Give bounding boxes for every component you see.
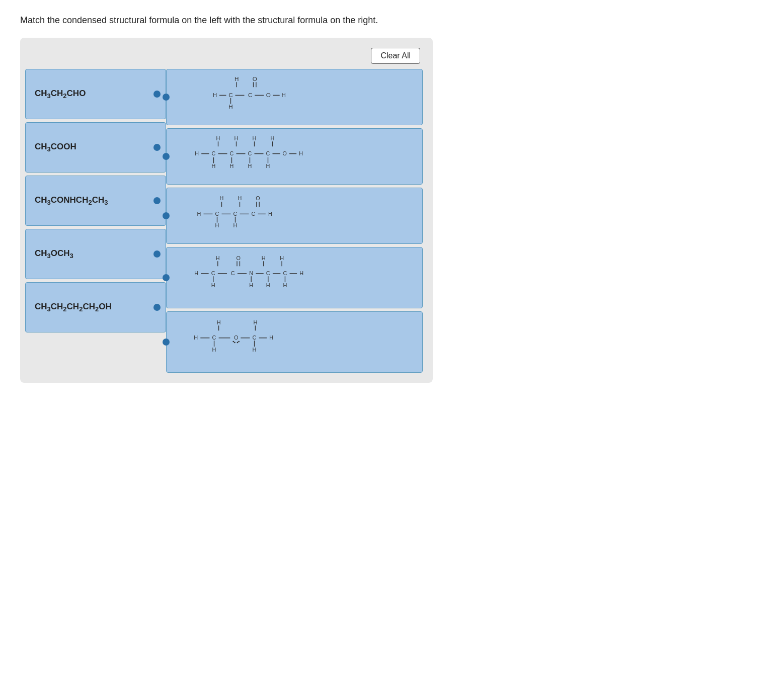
- svg-text:H: H: [283, 282, 287, 288]
- left-dot-5[interactable]: [153, 304, 161, 311]
- left-item-4[interactable]: CH3OCH3: [25, 229, 166, 279]
- svg-text:C: C: [253, 334, 257, 341]
- left-dot-1[interactable]: [153, 91, 161, 98]
- svg-text:H: H: [253, 347, 257, 353]
- left-formula-1: CH3CH2CHO: [35, 89, 86, 100]
- svg-text:H: H: [228, 103, 232, 110]
- structure-svg-5: H H H C O C: [177, 317, 297, 367]
- right-dot-2[interactable]: [163, 153, 170, 160]
- svg-text:C: C: [215, 211, 219, 217]
- svg-point-104: [232, 341, 234, 343]
- left-item-5[interactable]: CH3CH2CH2CH2OH: [25, 282, 166, 332]
- svg-text:C: C: [248, 150, 252, 156]
- svg-text:H: H: [233, 222, 238, 228]
- svg-text:H: H: [266, 282, 270, 288]
- left-formula-4: CH3OCH3: [35, 248, 73, 260]
- instructions-text: Match the condensed structural formula o…: [20, 15, 764, 26]
- svg-text:C: C: [266, 150, 270, 156]
- svg-text:H: H: [212, 347, 216, 353]
- left-dot-3[interactable]: [153, 197, 161, 204]
- svg-text:C: C: [212, 150, 216, 156]
- svg-text:H: H: [194, 270, 198, 276]
- clear-all-button[interactable]: Clear All: [371, 48, 420, 64]
- right-item-2[interactable]: H H H H H C C C C: [166, 128, 423, 185]
- svg-text:H: H: [248, 163, 252, 169]
- structure-svg-4: H O H H H C C: [177, 252, 328, 303]
- right-item-3[interactable]: H H O H C C C H: [166, 188, 423, 244]
- svg-text:H: H: [195, 150, 199, 156]
- svg-text:O: O: [283, 150, 287, 156]
- svg-text:H: H: [230, 163, 234, 169]
- left-item-3[interactable]: CH3CONHCH2CH3: [25, 176, 166, 226]
- left-formula-2: CH3COOH: [35, 142, 76, 153]
- right-dot-4[interactable]: [163, 274, 170, 281]
- matching-container: Clear All CH3CH2CHO CH3COOH CH3CONHCH2CH…: [20, 38, 433, 383]
- svg-text:H: H: [197, 211, 201, 217]
- svg-text:C: C: [283, 270, 287, 276]
- svg-text:H: H: [269, 334, 273, 341]
- svg-text:H: H: [211, 282, 215, 288]
- svg-text:H: H: [215, 222, 219, 228]
- svg-text:H: H: [212, 163, 216, 169]
- left-column: CH3CH2CHO CH3COOH CH3CONHCH2CH3 CH3OCH3 …: [25, 69, 166, 373]
- svg-text:O: O: [236, 255, 240, 261]
- svg-text:C: C: [230, 150, 234, 156]
- left-dot-4[interactable]: [153, 250, 161, 258]
- svg-text:H: H: [253, 135, 257, 141]
- right-item-5[interactable]: H H H C O C: [166, 311, 423, 373]
- svg-text:H: H: [213, 92, 217, 98]
- svg-text:C: C: [231, 270, 235, 276]
- svg-text:H: H: [299, 150, 303, 156]
- svg-text:H: H: [220, 195, 224, 201]
- svg-text:H: H: [299, 270, 303, 276]
- svg-point-105: [234, 342, 236, 344]
- right-dot-5[interactable]: [163, 339, 170, 346]
- svg-text:H: H: [238, 195, 242, 201]
- svg-text:H: H: [234, 75, 239, 82]
- left-formula-3: CH3CONHCH2CH3: [35, 195, 108, 206]
- left-item-1[interactable]: CH3CH2CHO: [25, 69, 166, 119]
- match-area: CH3CH2CHO CH3COOH CH3CONHCH2CH3 CH3OCH3 …: [25, 69, 423, 373]
- svg-text:C: C: [266, 270, 270, 276]
- svg-text:C: C: [233, 211, 238, 217]
- left-dot-2[interactable]: [153, 144, 161, 151]
- svg-text:H: H: [266, 163, 270, 169]
- svg-text:O: O: [253, 75, 257, 82]
- svg-text:O: O: [256, 195, 260, 201]
- right-column: H O H C C O H: [166, 69, 423, 373]
- svg-text:H: H: [282, 92, 286, 98]
- structure-svg-3: H H O H C C C H: [177, 193, 307, 238]
- svg-text:C: C: [211, 270, 215, 276]
- svg-text:H: H: [194, 334, 198, 341]
- svg-text:O: O: [266, 92, 271, 98]
- svg-text:H: H: [268, 211, 272, 217]
- right-item-4[interactable]: H O H H H C C: [166, 247, 423, 308]
- svg-text:H: H: [253, 319, 257, 325]
- structure-svg-2: H H H H H C C C C: [177, 134, 328, 179]
- svg-point-107: [238, 341, 240, 343]
- right-dot-3[interactable]: [163, 212, 170, 219]
- svg-text:N: N: [249, 270, 253, 276]
- svg-text:C: C: [248, 92, 252, 98]
- svg-text:H: H: [280, 255, 284, 261]
- svg-text:C: C: [228, 92, 232, 98]
- svg-text:H: H: [217, 319, 221, 325]
- svg-point-106: [237, 342, 239, 344]
- svg-text:H: H: [271, 135, 275, 141]
- right-item-1[interactable]: H O H C C O H: [166, 69, 423, 125]
- right-dot-1[interactable]: [163, 94, 170, 101]
- left-item-2[interactable]: CH3COOH: [25, 122, 166, 173]
- svg-text:H: H: [249, 282, 253, 288]
- left-formula-5: CH3CH2CH2CH2OH: [35, 302, 112, 313]
- svg-text:O: O: [234, 334, 238, 341]
- svg-text:H: H: [216, 255, 220, 261]
- svg-text:H: H: [216, 135, 220, 141]
- svg-text:C: C: [212, 334, 216, 341]
- svg-text:H: H: [262, 255, 266, 261]
- clear-all-row: Clear All: [25, 48, 423, 64]
- structure-svg-1: H O H C C O H: [177, 74, 307, 120]
- svg-text:H: H: [234, 135, 239, 141]
- svg-text:C: C: [252, 211, 256, 217]
